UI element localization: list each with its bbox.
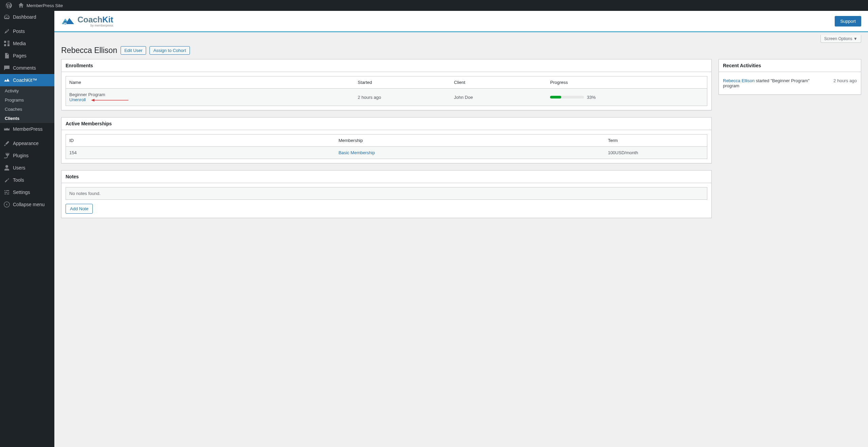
dashboard-icon (3, 14, 10, 20)
menu-label: Posts (13, 29, 25, 34)
menu-label: Tools (13, 177, 24, 183)
notes-title: Notes (66, 174, 707, 179)
site-name-link[interactable]: MemberPress Site (15, 0, 66, 11)
admin-sidebar: Dashboard Posts Media Pages Comments Coa… (0, 11, 54, 447)
col-name: Name (66, 76, 355, 89)
plug-icon (3, 152, 10, 159)
brand-coach-text: Coach (77, 15, 102, 24)
activities-title: Recent Activities (723, 63, 857, 68)
menu-comments[interactable]: Comments (0, 62, 54, 74)
user-icon (3, 164, 10, 171)
progress-label: 33% (587, 95, 596, 100)
assign-cohort-button[interactable]: Assign to Cohort (149, 46, 190, 55)
col-id: ID (66, 135, 335, 147)
coachkit-icon (3, 77, 10, 84)
menu-label: MemberPress (13, 126, 42, 132)
submenu-programs[interactable]: Programs (0, 95, 54, 105)
page-title: Rebecca Ellison (61, 46, 117, 55)
submenu-activity[interactable]: Activity (0, 86, 54, 95)
col-started: Started (354, 76, 450, 89)
memberships-table: ID Membership Term 154 Basic Membership … (66, 134, 707, 159)
arrow-annotation (91, 97, 128, 102)
enrollments-box: Enrollments Name Started Client Progress (61, 59, 712, 110)
menu-collapse[interactable]: Collapse menu (0, 198, 54, 211)
col-term: Term (604, 135, 707, 147)
activity-row: Rebecca Ellison started "Beginner Progra… (723, 76, 857, 90)
pin-icon (3, 28, 10, 35)
enrollment-name: Beginner Program (69, 92, 351, 97)
add-note-button[interactable]: Add Note (66, 204, 93, 214)
admin-topbar: MemberPress Site (0, 0, 868, 11)
col-progress: Progress (547, 76, 707, 89)
coachkit-submenu: Activity Programs Coaches Clients (0, 86, 54, 123)
coachkit-logo: CoachKit by memberpress (61, 15, 113, 27)
menu-label: Plugins (13, 153, 29, 158)
menu-label: CoachKit™ (13, 77, 37, 83)
menu-label: Comments (13, 65, 36, 71)
col-membership: Membership (335, 135, 604, 147)
activities-box: Recent Activities Rebecca Ellison starte… (719, 59, 861, 95)
memberpress-icon (3, 126, 10, 132)
table-row: Beginner Program Unenroll 2 hours ago Jo… (66, 89, 707, 106)
page-header: Rebecca Ellison Edit User Assign to Coho… (54, 43, 868, 59)
menu-label: Appearance (13, 141, 39, 146)
mountain-icon (61, 16, 75, 26)
menu-posts[interactable]: Posts (0, 25, 54, 37)
menu-settings[interactable]: Settings (0, 186, 54, 198)
menu-media[interactable]: Media (0, 37, 54, 50)
menu-appearance[interactable]: Appearance (0, 137, 54, 149)
notes-empty: No notes found. (66, 187, 707, 200)
enrollments-table: Name Started Client Progress Beginner Pr… (66, 76, 707, 106)
menu-memberpress[interactable]: MemberPress (0, 123, 54, 135)
pages-icon (3, 52, 10, 59)
site-name: MemberPress Site (26, 3, 63, 8)
enrollment-client: John Doe (450, 89, 547, 106)
submenu-clients[interactable]: Clients (0, 114, 54, 123)
svg-marker-3 (91, 99, 94, 102)
table-row: 154 Basic Membership 100USD/month (66, 147, 707, 159)
menu-label: Media (13, 41, 26, 46)
notes-box: Notes No notes found. Add Note (61, 170, 712, 218)
wp-logo-menu[interactable] (3, 0, 15, 11)
col-client: Client (450, 76, 547, 89)
membership-term: 100USD/month (604, 147, 707, 159)
wrench-icon (3, 177, 10, 183)
progress-bar (550, 96, 584, 99)
wordpress-icon (5, 2, 12, 9)
brush-icon (3, 140, 10, 147)
memberships-box: Active Memberships ID Membership Term (61, 117, 712, 163)
menu-pages[interactable]: Pages (0, 50, 54, 62)
media-icon (3, 40, 10, 47)
menu-label: Users (13, 165, 25, 171)
brand-subtitle: by memberpress (77, 24, 113, 27)
menu-coachkit[interactable]: CoachKit™ (0, 74, 54, 86)
edit-user-button[interactable]: Edit User (121, 46, 146, 55)
menu-plugins[interactable]: Plugins (0, 149, 54, 162)
menu-label: Pages (13, 53, 26, 58)
menu-dashboard[interactable]: Dashboard (0, 11, 54, 23)
support-button[interactable]: Support (835, 16, 861, 26)
unenroll-link[interactable]: Unenroll (69, 97, 86, 102)
sliders-icon (3, 189, 10, 196)
home-icon (18, 2, 24, 9)
enrollment-started: 2 hours ago (354, 89, 450, 106)
activity-time: 2 hours ago (833, 78, 857, 88)
membership-link[interactable]: Basic Membership (338, 150, 375, 155)
comments-icon (3, 65, 10, 71)
menu-label: Collapse menu (13, 202, 45, 207)
brand-kit-text: Kit (102, 15, 113, 24)
memberships-title: Active Memberships (66, 121, 707, 126)
menu-label: Dashboard (13, 14, 36, 20)
screen-options-toggle[interactable]: Screen Options ▼ (820, 35, 861, 43)
menu-label: Settings (13, 190, 30, 195)
activity-actor-link[interactable]: Rebecca Ellison (723, 78, 755, 83)
brand-header: CoachKit by memberpress Support (54, 11, 868, 32)
collapse-icon (3, 201, 10, 208)
progress-fill (550, 96, 561, 99)
menu-tools[interactable]: Tools (0, 174, 54, 186)
enrollments-title: Enrollments (66, 63, 707, 68)
submenu-coaches[interactable]: Coaches (0, 105, 54, 114)
menu-users[interactable]: Users (0, 162, 54, 174)
membership-id: 154 (66, 147, 335, 159)
content-area: CoachKit by memberpress Support Screen O… (54, 11, 868, 447)
